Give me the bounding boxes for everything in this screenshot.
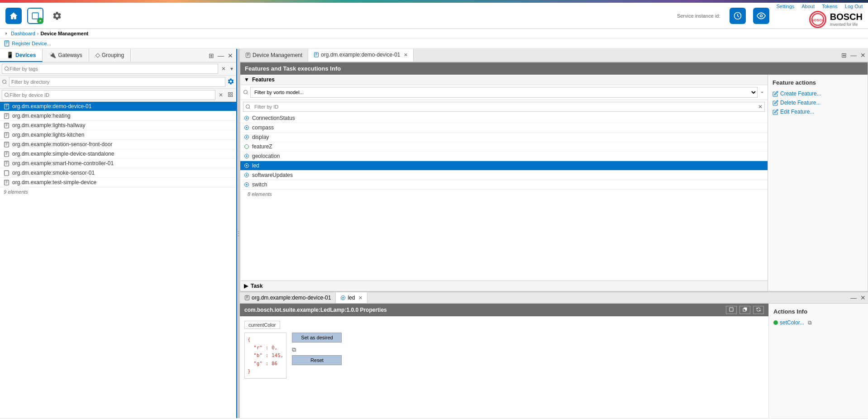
features-body: ▼ Features Filter by vorto model...: [240, 75, 868, 291]
bottom-tab-led-label: led: [348, 295, 355, 301]
feature-softwareupdates[interactable]: softwareUpdates: [240, 171, 768, 180]
device-item-5[interactable]: org.dm.example:simple-device-standalone: [0, 149, 236, 159]
led-props-btn2[interactable]: [739, 306, 750, 314]
reset-btn[interactable]: Reset: [292, 355, 342, 365]
settings-icon[interactable]: [49, 8, 65, 24]
panel-expand-btn[interactable]: ⊞: [207, 52, 215, 60]
register-device-link[interactable]: Register Device...: [12, 41, 51, 46]
right-tab-demo-device-label: org.dm.example:demo-device-01: [321, 52, 400, 58]
svg-point-7: [3, 80, 6, 84]
edit-feature-link[interactable]: Edit Feature...: [773, 109, 863, 115]
id-filter-input[interactable]: [253, 104, 756, 110]
led-props-header: com.bosch.iot.suite.example:LedLamp:1.0.…: [240, 304, 768, 316]
filter-device-id-clear-btn[interactable]: ✕: [217, 91, 224, 99]
panel-close-btn[interactable]: ✕: [226, 52, 234, 60]
play-icon-btn[interactable]: [27, 8, 43, 24]
svg-rect-14: [5, 114, 9, 119]
bottom-min-btn[interactable]: —: [849, 294, 858, 302]
led-actions-pane: Actions Info setColor... ⧉: [768, 304, 868, 418]
right-panel-tile-btn[interactable]: ⊞: [840, 51, 848, 59]
right-panel-min-btn[interactable]: —: [849, 51, 858, 59]
right-tab-device-management-label: Device Management: [253, 52, 302, 58]
bosch-circle-logo: BOSCH: [809, 11, 826, 28]
set-color-action[interactable]: setColor... ⧉: [773, 319, 863, 326]
home-icon-btn[interactable]: [5, 8, 22, 24]
right-panel-close-btn[interactable]: ✕: [859, 51, 867, 59]
directory-gear-btn[interactable]: [227, 78, 234, 86]
feature-connectionstatus[interactable]: ConnectionStatus: [240, 114, 768, 123]
filter-device-id-more-btn[interactable]: [226, 91, 234, 99]
about-link[interactable]: About: [801, 4, 815, 9]
tab-devices[interactable]: 📱 Devices: [0, 49, 43, 62]
device-item-7[interactable]: org.dm.example:smoke-sensor-01: [0, 168, 236, 178]
feature-switch[interactable]: switch: [240, 180, 768, 190]
feature-featurez[interactable]: featureZ: [240, 142, 768, 152]
task-section-title[interactable]: ▶ Task: [240, 281, 768, 291]
svg-point-24: [244, 90, 248, 94]
bottom-close-btn[interactable]: ✕: [859, 294, 867, 302]
tab-gateways[interactable]: 🔌 Gateways: [43, 49, 89, 62]
features-section-title[interactable]: ▼ Features: [240, 75, 768, 85]
delete-feature-link[interactable]: Delete Feature...: [773, 100, 863, 106]
feature-compass[interactable]: compass: [240, 123, 768, 133]
led-body: currentColor { "r" : 0, "b" : 145, "g" :…: [240, 316, 768, 418]
svg-rect-19: [5, 161, 9, 166]
device-item-6[interactable]: org.dm.example:smart-home-controller-01: [0, 159, 236, 168]
bottom-tab-led-close[interactable]: ✕: [358, 295, 362, 301]
device-item-3[interactable]: org.dm.example:lights-kitchen: [0, 130, 236, 140]
filter-tags-clear-btn[interactable]: ✕: [220, 65, 227, 72]
set-as-desired-btn[interactable]: Set as desired: [292, 333, 342, 343]
filter-tags-row: ✕ ▾: [0, 62, 236, 76]
breadcrumb: Dashboard › Device Management: [0, 29, 868, 38]
settings-link[interactable]: Settings: [777, 4, 795, 9]
circle-icon-btn[interactable]: [730, 8, 746, 24]
left-panel: 📱 Devices 🔌 Gateways ◇ Grouping ⊞ — ✕: [0, 49, 237, 418]
service-instance-label: Service instance id:: [677, 13, 720, 19]
feature-display[interactable]: display: [240, 133, 768, 142]
filter-tags-input[interactable]: [10, 66, 216, 71]
feature-actions-title: Feature actions: [773, 79, 863, 86]
features-panel-header: Features and Task executions Info: [240, 62, 868, 75]
tab-grouping[interactable]: ◇ Grouping: [89, 49, 131, 62]
filter-device-id-row: ✕: [0, 89, 236, 102]
feature-geolocation[interactable]: geolocation: [240, 152, 768, 161]
bosch-brand-text: BOSCH: [830, 12, 863, 22]
bottom-tab-led[interactable]: led ✕: [336, 292, 367, 303]
copy-action-icon[interactable]: ⧉: [808, 319, 812, 326]
device-item-2[interactable]: org.dm.example:lights-hallway: [0, 121, 236, 130]
left-tabs: 📱 Devices 🔌 Gateways ◇ Grouping ⊞ — ✕: [0, 49, 236, 62]
vorto-filter-select[interactable]: Filter by vorto model...: [250, 87, 758, 98]
filter-directory-input[interactable]: [9, 77, 225, 87]
dashboard-link[interactable]: Dashboard: [11, 31, 35, 36]
json-editor[interactable]: { "r" : 0, "b" : 145, "g" : 86 }: [244, 333, 286, 379]
eye-icon-btn[interactable]: [753, 8, 769, 24]
filter-device-id-input[interactable]: [10, 92, 213, 98]
id-filter-clear[interactable]: ✕: [756, 104, 764, 110]
copy-json-icon[interactable]: ⧉: [292, 346, 342, 353]
led-props-refresh-btn[interactable]: [753, 306, 764, 314]
elements-count: 9 elements: [0, 187, 236, 196]
led-props-btn1[interactable]: [726, 306, 737, 314]
right-tab-demo-device[interactable]: org.dm.example:demo-device-01 ✕: [308, 49, 414, 62]
features-panel-title: Features and Task executions Info: [245, 65, 341, 72]
bottom-tab-demo-device[interactable]: org.dm.example:demo-device-01: [240, 292, 336, 303]
right-tab-demo-device-close[interactable]: ✕: [404, 52, 408, 58]
tokens-link[interactable]: Tokens: [822, 4, 838, 9]
feature-led[interactable]: led: [240, 161, 768, 171]
device-item-8[interactable]: org.dm.example:test-simple-device: [0, 178, 236, 187]
filter-tags-more-btn[interactable]: ▾: [229, 65, 234, 72]
svg-rect-12: [229, 95, 230, 97]
create-feature-link[interactable]: Create Feature...: [773, 90, 863, 97]
panel-minimize-btn[interactable]: —: [216, 52, 225, 60]
logout-link[interactable]: Log Out: [845, 4, 863, 9]
svg-point-6: [5, 67, 9, 71]
filter-directory-row: [0, 76, 236, 89]
header-right-icons: Settings About Tokens Log Out BOSCH BOSC…: [730, 4, 863, 28]
device-item-4[interactable]: org.dm.example:motion-sensor-front-door: [0, 140, 236, 149]
right-tab-device-management[interactable]: Device Management: [240, 49, 308, 61]
device-item-1[interactable]: org.dm.example:heating: [0, 111, 236, 121]
feature-list-items: ConnectionStatus compass display: [240, 114, 768, 281]
bosch-tagline: Invented for life: [830, 22, 863, 27]
vorto-filter-row: Filter by vorto model...: [240, 85, 768, 100]
device-item-0[interactable]: org.dm.example:demo-device-01: [0, 102, 236, 111]
